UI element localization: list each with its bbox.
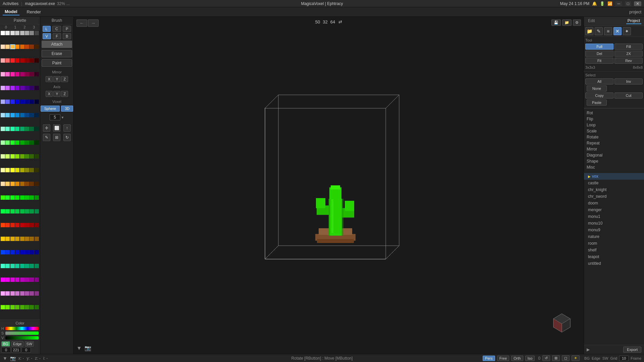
color-cell-59[interactable] <box>15 127 19 131</box>
color-cell-141[interactable] <box>25 264 29 268</box>
color-cell-136[interactable] <box>1 264 5 268</box>
color-cell-16[interactable] <box>1 58 5 63</box>
color-cell-10[interactable] <box>10 45 15 49</box>
color-cell-105[interactable] <box>5 209 10 214</box>
project-item-vox[interactable]: ▶vox <box>584 173 644 180</box>
inv-btn[interactable]: Inv <box>614 78 643 84</box>
settings-btn[interactable]: ⚙ <box>573 19 581 26</box>
color-cell-161[interactable] <box>5 305 10 309</box>
rev-btn[interactable]: Rev <box>614 58 643 64</box>
scale-row[interactable]: Scale <box>585 128 643 134</box>
color-cell-103[interactable] <box>35 195 39 200</box>
color-cell-12[interactable] <box>20 45 24 49</box>
render-menu[interactable]: Render <box>25 9 43 15</box>
color-cell-163[interactable] <box>15 305 19 309</box>
color-cell-154[interactable] <box>10 291 15 296</box>
color-cell-151[interactable] <box>35 278 39 282</box>
color-cell-107[interactable] <box>15 209 19 214</box>
color-cell-63[interactable] <box>35 127 39 131</box>
brush-l-btn[interactable]: L <box>43 26 51 32</box>
color-cell-131[interactable] <box>15 250 19 254</box>
color-cell-72[interactable] <box>1 154 5 159</box>
folder-icon-btn[interactable]: 📁 <box>585 27 593 35</box>
color-cell-125[interactable] <box>25 237 29 241</box>
sw-button[interactable]: SW <box>25 341 34 347</box>
color-cell-70[interactable] <box>30 140 34 145</box>
move-icon[interactable]: ✛ <box>43 124 50 132</box>
bucket-icon[interactable]: ⊞ <box>53 134 60 141</box>
color-cell-42[interactable] <box>10 100 15 104</box>
color-cell-164[interactable] <box>20 305 24 309</box>
color-cell-110[interactable] <box>30 209 34 214</box>
color-cell-113[interactable] <box>5 223 10 227</box>
2x-btn[interactable]: 2X <box>614 51 643 57</box>
minimize-btn[interactable]: ─ <box>615 1 622 6</box>
project-item-chr_sword[interactable]: chr_sword <box>584 193 644 200</box>
brush-f-btn[interactable]: F <box>53 33 61 39</box>
color-cell-7[interactable] <box>35 31 39 35</box>
color-cell-19[interactable] <box>15 58 19 63</box>
color-cell-88[interactable] <box>1 182 5 186</box>
model-menu[interactable]: Model <box>3 8 19 15</box>
palette-num-0[interactable]: 0 <box>5 25 7 29</box>
color-cell-129[interactable] <box>5 250 10 254</box>
color-cell-106[interactable] <box>10 209 15 214</box>
attach-btn[interactable]: Attach <box>42 41 72 48</box>
project-item-chr_knight[interactable]: chr_knight <box>584 186 644 193</box>
all-btn[interactable]: All <box>585 78 613 84</box>
color-cell-6[interactable] <box>30 31 34 35</box>
color-cell-73[interactable] <box>5 154 10 159</box>
color-cell-67[interactable] <box>15 140 19 145</box>
sat-bar[interactable] <box>5 331 39 335</box>
color-cell-0[interactable] <box>1 31 5 35</box>
maximize-btn[interactable]: □ <box>625 1 631 6</box>
color-cell-109[interactable] <box>25 209 29 214</box>
pencil-icon[interactable]: ✎ <box>43 134 50 141</box>
shape-row[interactable]: Shape <box>585 158 643 164</box>
color-cell-76[interactable] <box>20 154 24 159</box>
color-cell-65[interactable] <box>5 140 10 145</box>
redo-btn[interactable]: → <box>88 19 99 27</box>
color-cell-82[interactable] <box>10 168 15 172</box>
3d-btn[interactable]: 3D <box>61 106 73 112</box>
palette-num-3[interactable]: 3 <box>33 25 35 29</box>
color-cell-101[interactable] <box>25 195 29 200</box>
color-cell-34[interactable] <box>10 86 15 90</box>
color-cell-84[interactable] <box>20 168 24 172</box>
color-cell-153[interactable] <box>5 291 10 296</box>
color-cell-46[interactable] <box>30 100 34 104</box>
flip-row[interactable]: Flip <box>585 116 643 122</box>
color-cell-77[interactable] <box>25 154 29 159</box>
wireframe-btn[interactable]: ◻ <box>562 355 570 361</box>
color-cell-66[interactable] <box>10 140 15 145</box>
color-cell-117[interactable] <box>25 223 29 227</box>
color-cell-81[interactable] <box>5 168 10 172</box>
color-cell-160[interactable] <box>1 305 5 309</box>
color-cell-112[interactable] <box>1 223 5 227</box>
loop-row[interactable]: Loop <box>585 122 643 128</box>
filter-x-icon[interactable]: ✕ <box>613 27 622 35</box>
color-cell-133[interactable] <box>25 250 29 254</box>
color-cell-33[interactable] <box>5 86 10 90</box>
color-cell-17[interactable] <box>5 58 10 63</box>
color-cell-40[interactable] <box>1 100 5 104</box>
color-cell-55[interactable] <box>35 113 39 117</box>
erase-btn[interactable]: Erase <box>42 50 72 57</box>
palette-num-2[interactable]: 2 <box>23 25 25 29</box>
size-arrow[interactable]: ▼ <box>61 116 64 119</box>
color-cell-90[interactable] <box>10 182 15 186</box>
color-cell-150[interactable] <box>30 278 34 282</box>
sun-btn[interactable]: ☀ <box>572 355 580 361</box>
color-cell-56[interactable] <box>1 127 5 131</box>
project-item-room[interactable]: room <box>584 240 644 247</box>
cut-btn[interactable]: Cut <box>614 93 643 99</box>
color-cell-9[interactable] <box>5 45 10 49</box>
color-cell-156[interactable] <box>20 291 24 296</box>
color-cell-47[interactable] <box>35 100 39 104</box>
sphere-btn[interactable]: Sphere <box>41 106 60 112</box>
folder-btn[interactable]: 📁 <box>562 19 572 26</box>
brush-p-btn[interactable]: P <box>63 26 71 32</box>
color-cell-139[interactable] <box>15 264 19 268</box>
color-cell-126[interactable] <box>30 237 34 241</box>
fit-btn[interactable]: Fit <box>585 58 613 64</box>
